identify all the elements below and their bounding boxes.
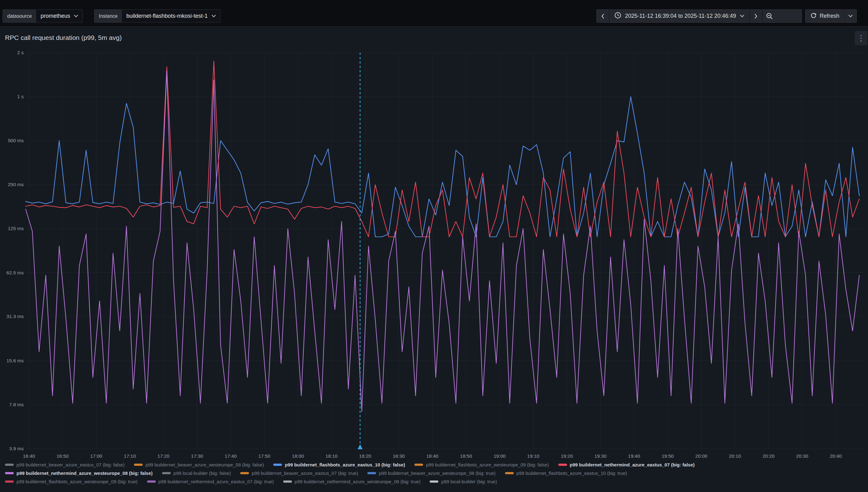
legend-item[interactable]: p99 buildernet_beaver_azure_eastus_07 (b… xyxy=(240,470,358,476)
legend-item[interactable]: p99 buildernet_flashbots_azure_eastus_10… xyxy=(505,470,627,476)
legend-series-label: p99 buildernet_beaver_azure_eastus_07 (b… xyxy=(252,470,358,476)
chevron-down-icon xyxy=(848,15,853,18)
datasource-value[interactable]: prometheus xyxy=(36,10,83,22)
legend-row: p99 buildernet_beaver_azure_eastus_07 (b… xyxy=(5,461,864,469)
datasource-label: datasource xyxy=(3,10,36,22)
datasource-picker[interactable]: datasource prometheus xyxy=(2,9,83,23)
x-tick-label: 16:50 xyxy=(57,453,69,459)
time-series-plot[interactable]: 2 s1 s500 ms250 ms125 ms62.5 ms31.3 ms15… xyxy=(0,26,868,492)
time-shift-back-button[interactable] xyxy=(597,10,609,22)
legend-item[interactable]: p99 local-builder (big: true) xyxy=(430,479,497,484)
y-tick-label: 3.9 ms xyxy=(9,446,24,451)
legend-item[interactable]: p99 buildernet_beaver_azure_westeurope_0… xyxy=(134,462,264,467)
x-tick-label: 17:10 xyxy=(124,453,136,459)
x-tick-label: 20:30 xyxy=(796,453,808,459)
instance-picker[interactable]: Instance buildernet-flashbots-mkosi-test… xyxy=(94,9,220,23)
legend-series-label: p99 local-builder (big: true) xyxy=(441,479,497,484)
x-tick-label: 17:00 xyxy=(90,453,102,459)
chevron-down-icon xyxy=(212,15,216,18)
legend-item[interactable]: p99 buildernet_beaver_azure_westeurope_0… xyxy=(367,470,495,476)
y-tick-label: 2 s xyxy=(17,50,24,55)
chevron-down-icon xyxy=(74,15,78,18)
legend-series-label: p99 buildernet_beaver_azure_westeurope_0… xyxy=(379,470,495,476)
x-tick-label: 17:50 xyxy=(258,453,270,459)
chevron-down-icon xyxy=(740,15,744,18)
y-tick-label: 250 ms xyxy=(8,182,24,187)
x-tick-label: 18:30 xyxy=(393,453,405,459)
instance-label: Instance xyxy=(95,10,122,22)
legend-series-label: p99 buildernet_beaver_azure_westeurope_0… xyxy=(146,462,264,467)
instance-value[interactable]: buildernet-flashbots-mkosi-test-1 xyxy=(122,10,220,22)
y-tick-label: 1 s xyxy=(17,94,24,99)
legend-item[interactable]: p99 local-builder (big: false) xyxy=(162,470,231,476)
x-tick-label: 18:50 xyxy=(460,453,472,459)
legend-item[interactable]: p99 buildernet_nethermind_azure_eastus_0… xyxy=(147,479,274,484)
legend-series-marker xyxy=(430,481,438,483)
annotation-marker[interactable] xyxy=(358,444,363,449)
legend-item[interactable]: p99 buildernet_flashbots_azure_westeurop… xyxy=(414,462,549,467)
y-tick-label: 15.6 ms xyxy=(6,358,24,363)
y-tick-label: 125 ms xyxy=(8,226,24,231)
instance-value-text: buildernet-flashbots-mkosi-test-1 xyxy=(126,13,208,19)
legend-series-marker xyxy=(273,464,282,466)
y-tick-label: 7.8 ms xyxy=(9,402,24,407)
x-tick-label: 18:00 xyxy=(292,453,304,459)
x-tick-label: 18:10 xyxy=(325,453,338,459)
legend-series-marker xyxy=(367,472,376,474)
legend-row: p99 buildernet_nethermind_azure_westeuro… xyxy=(5,469,864,477)
legend-series-label: p99 buildernet_flashbots_azure_westeurop… xyxy=(426,462,549,467)
series-line-2[interactable] xyxy=(26,61,859,237)
legend-series-marker xyxy=(5,464,14,466)
legend-series-marker xyxy=(134,464,143,466)
legend-series-label: p99 buildernet_beaver_azure_eastus_07 (b… xyxy=(17,462,125,467)
legend-item[interactable]: p99 buildernet_nethermind_azure_westeuro… xyxy=(283,479,421,484)
x-tick-label: 18:40 xyxy=(426,453,438,459)
refresh-interval-dropdown[interactable] xyxy=(844,10,857,22)
legend-series-label: p99 local-builder (big: false) xyxy=(174,470,231,476)
legend-series-label: p99 buildernet_flashbots_azure_eastus_10… xyxy=(517,470,627,476)
x-tick-label: 19:50 xyxy=(662,453,674,459)
legend-item[interactable]: p99 buildernet_beaver_azure_eastus_07 (b… xyxy=(5,462,125,467)
legend-series-marker xyxy=(505,472,514,474)
dashboard-toolbar: datasource prometheus Instance builderne… xyxy=(0,0,868,26)
y-tick-label: 62.5 ms xyxy=(6,270,24,275)
datasource-value-text: prometheus xyxy=(41,13,70,19)
legend-series-label: p99 buildernet_nethermind_azure_eastus_0… xyxy=(159,479,274,484)
time-range-text: 2025-11-12 16:39:04 to 2025-11-12 20:46:… xyxy=(625,13,736,19)
chart-legend: p99 buildernet_beaver_azure_eastus_07 (b… xyxy=(5,461,864,486)
zoom-out-button[interactable] xyxy=(762,10,777,22)
x-tick-label: 16:40 xyxy=(23,453,35,459)
y-tick-label: 31.3 ms xyxy=(6,314,24,319)
legend-item[interactable]: p99 buildernet_nethermind_azure_westeuro… xyxy=(5,470,153,476)
legend-series-label: p99 buildernet_nethermind_azure_eastus_0… xyxy=(570,462,695,467)
x-tick-label: 20:10 xyxy=(729,453,741,459)
refresh-icon xyxy=(810,12,817,20)
time-range-picker[interactable]: 2025-11-12 16:39:04 to 2025-11-12 20:46:… xyxy=(609,10,749,22)
x-tick-label: 17:20 xyxy=(157,453,169,459)
legend-series-marker xyxy=(414,464,423,466)
clock-icon xyxy=(614,12,621,20)
x-tick-label: 20:40 xyxy=(830,453,842,459)
refresh-button[interactable]: Refresh xyxy=(806,10,844,22)
legend-series-marker xyxy=(240,472,249,474)
legend-series-marker xyxy=(162,472,171,474)
legend-series-marker xyxy=(283,481,292,483)
x-tick-label: 20:20 xyxy=(762,453,774,459)
time-shift-forward-button[interactable] xyxy=(749,10,762,22)
legend-item[interactable]: p99 buildernet_flashbots_azure_eastus_10… xyxy=(273,462,405,467)
legend-series-label: p99 buildernet_flashbots_azure_westeurop… xyxy=(17,479,138,484)
x-tick-label: 17:40 xyxy=(225,453,237,459)
legend-item[interactable]: p99 buildernet_nethermind_azure_eastus_0… xyxy=(558,462,695,467)
legend-item[interactable]: p99 buildernet_flashbots_azure_westeurop… xyxy=(5,479,138,484)
legend-series-marker xyxy=(5,481,14,483)
legend-series-marker xyxy=(147,481,156,483)
x-tick-label: 19:30 xyxy=(595,453,607,459)
legend-series-label: p99 buildernet_nethermind_azure_westeuro… xyxy=(17,470,153,476)
series-line-3[interactable] xyxy=(26,71,859,412)
y-tick-label: 500 ms xyxy=(8,138,24,143)
legend-series-label: p99 buildernet_nethermind_azure_westeuro… xyxy=(295,479,421,484)
time-range-controls: 2025-11-12 16:39:04 to 2025-11-12 20:46:… xyxy=(596,9,802,23)
x-tick-label: 20:00 xyxy=(695,453,708,459)
legend-series-label: p99 buildernet_flashbots_azure_eastus_10… xyxy=(285,462,405,467)
series-line-1[interactable] xyxy=(26,97,859,237)
